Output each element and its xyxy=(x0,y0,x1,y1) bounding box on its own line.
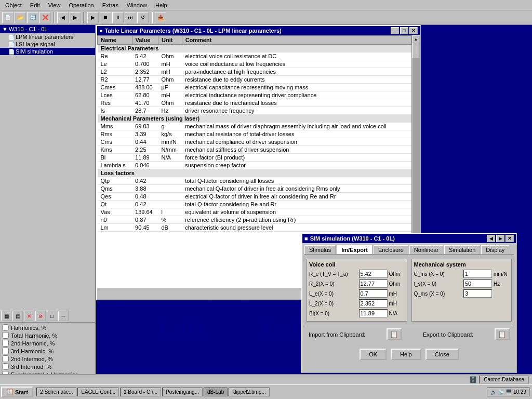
vc-input-2[interactable] xyxy=(359,289,388,298)
tree-item-lsi-large-signal[interactable]: 📄LSI large signal xyxy=(0,41,95,48)
close-button[interactable]: Close xyxy=(425,349,459,360)
cell-comment: characteristic sound pressure level xyxy=(182,224,411,232)
tb-new[interactable]: 📄 xyxy=(2,12,14,23)
menu-extras[interactable]: Extras xyxy=(98,1,123,9)
cell-value: 5.42 xyxy=(132,52,158,60)
tb-forward[interactable]: ▶ xyxy=(70,12,81,23)
menu-window[interactable]: Window xyxy=(123,1,151,9)
menu-view[interactable]: View xyxy=(44,1,65,9)
tree-item-lpm-linear-parameters[interactable]: 📄LPM linear parameters xyxy=(0,33,95,41)
table-row: Qtp0.42total Q-factor considering all lo… xyxy=(98,177,411,185)
mech-input-1[interactable] xyxy=(463,280,492,288)
sim-tab-stimulus[interactable]: Stimulus xyxy=(304,245,336,254)
cell-value: 3.39 xyxy=(132,130,158,138)
taskbar-item-3[interactable]: Posteingang... xyxy=(162,388,203,396)
cell-unit xyxy=(158,201,182,208)
menu-edit[interactable]: Edit xyxy=(26,1,44,9)
checkbox-item-4[interactable]: 2nd Intermod, % xyxy=(1,355,94,363)
vc-input-0[interactable] xyxy=(359,270,388,278)
cell-comment: reference efficiency (2 pi-radiation usi… xyxy=(182,216,411,224)
lt-btn1[interactable]: ▦ xyxy=(1,311,11,321)
cell-comment: suspension creep factor xyxy=(182,162,411,169)
table-row: Kms2.25N/mmmechanical stiffness of drive… xyxy=(98,146,411,154)
lt-btn5[interactable]: □ xyxy=(47,311,57,321)
menu-help[interactable]: Help xyxy=(151,1,171,9)
cell-unit: g xyxy=(158,123,182,130)
cell-name: Lces xyxy=(98,91,132,99)
cell-value: 488.00 xyxy=(132,84,158,91)
import-clipboard-btn[interactable]: 📋 xyxy=(387,328,402,340)
lt-btn3[interactable]: ✕ xyxy=(24,311,34,321)
cb-3[interactable] xyxy=(2,348,9,354)
sim-tab-im-export[interactable]: Im/Export xyxy=(337,245,373,254)
table-title-icon: ● xyxy=(99,28,103,34)
scroll-up-btn[interactable]: ▲ xyxy=(413,35,420,43)
table-minimize-btn[interactable]: _ xyxy=(391,27,399,34)
checkbox-item-0[interactable]: Harmonics, % xyxy=(1,324,94,331)
taskbar-item-5[interactable]: klippel2.bmp... xyxy=(229,388,269,396)
start-button[interactable]: 🪟 Start xyxy=(1,387,33,397)
help-button[interactable]: Help xyxy=(391,349,421,360)
sim-close-btn[interactable]: ✕ xyxy=(506,235,514,242)
cell-name: Lambda s xyxy=(98,162,132,169)
scroll-thumb[interactable] xyxy=(413,43,420,58)
lt-btn2[interactable]: ▤ xyxy=(12,311,23,321)
checkbox-item-2[interactable]: 2nd Harmonic, % xyxy=(1,339,94,347)
tb-reset[interactable]: ↺ xyxy=(137,12,149,23)
cell-value: 2.352 xyxy=(132,68,158,76)
cb-0[interactable] xyxy=(2,324,9,331)
taskbar-item-1[interactable]: EAGLE Cont... xyxy=(77,388,119,396)
cell-unit: µF xyxy=(158,84,182,91)
table-row: Vas139.64lequivalent air volume of suspe… xyxy=(98,208,411,216)
mech-input-2[interactable] xyxy=(463,289,492,298)
cell-unit: % xyxy=(158,216,182,224)
tb-close[interactable]: ❌ xyxy=(39,12,51,23)
cell-comment: mechanical Q-factor of driver in free ai… xyxy=(182,185,411,193)
tb-export[interactable]: 📤 xyxy=(155,12,166,23)
taskbar-item-2[interactable]: 1 Board - C:\... xyxy=(120,388,161,396)
ok-button[interactable]: OK xyxy=(360,349,387,360)
sim-tab-enclosure[interactable]: Enclosure xyxy=(374,245,408,254)
menu-object[interactable]: Object xyxy=(1,1,26,9)
cb-4[interactable] xyxy=(2,355,9,362)
tb-stop[interactable]: ⏹ xyxy=(100,12,111,23)
tb-pause[interactable]: ⏸ xyxy=(112,12,124,23)
tree-item-sim-simulation[interactable]: 📄SIM simulation xyxy=(0,48,95,55)
tb-step[interactable]: ⏭ xyxy=(125,12,136,23)
sim-tab-nonlinear[interactable]: Nonlinear xyxy=(409,245,443,254)
tb-refresh[interactable]: 🔄 xyxy=(27,12,38,23)
sim-nav-next[interactable]: ▶ xyxy=(496,235,504,242)
lt-btn6[interactable]: ─ xyxy=(58,311,69,321)
table-row: Cmes488.00µFelectrical capacitance repre… xyxy=(98,84,411,91)
vc-input-3[interactable] xyxy=(359,299,388,308)
table-close-btn[interactable]: ✕ xyxy=(409,27,418,34)
section-header: Loss factors xyxy=(98,169,411,177)
sim-tab-simulation[interactable]: Simulation xyxy=(444,245,480,254)
sim-tab-display[interactable]: Display xyxy=(481,245,509,254)
tb-back[interactable]: ◀ xyxy=(57,12,69,23)
checkbox-item-5[interactable]: 3rd Intermod, % xyxy=(1,363,94,370)
taskbar-item-0[interactable]: 2 Schematic... xyxy=(36,388,76,396)
checkbox-item-3[interactable]: 3rd Harmonic, % xyxy=(1,347,94,355)
export-clipboard-btn[interactable]: 📋 xyxy=(495,328,510,340)
tb-open[interactable]: 📂 xyxy=(15,12,26,23)
cb-5[interactable] xyxy=(2,363,9,370)
cb-2[interactable] xyxy=(2,340,9,347)
voice-coil-title: Voice coil xyxy=(309,261,405,268)
cell-unit xyxy=(158,162,182,169)
vc-input-4[interactable] xyxy=(359,309,388,317)
sim-nav-prev[interactable]: ◀ xyxy=(487,235,495,242)
cb-1[interactable] xyxy=(2,332,9,339)
menu-operation[interactable]: Operation xyxy=(64,1,98,9)
cell-value: 0.700 xyxy=(132,60,158,68)
mechanical-title: Mechanical system xyxy=(414,261,510,268)
mech-input-0[interactable] xyxy=(463,270,492,278)
vc-input-1[interactable] xyxy=(359,280,388,288)
tb-play[interactable]: ▶ xyxy=(87,12,99,23)
taskbar-item-4[interactable]: dB-Lab xyxy=(204,388,228,396)
lt-btn4[interactable]: ⊘ xyxy=(35,311,46,321)
cell-name: Qes xyxy=(98,193,132,201)
table-maximize-btn[interactable]: □ xyxy=(400,27,408,34)
checkbox-item-1[interactable]: Total Harmonic, % xyxy=(1,331,94,339)
tree-items: 📄LPM linear parameters📄LSI large signal📄… xyxy=(0,33,95,55)
